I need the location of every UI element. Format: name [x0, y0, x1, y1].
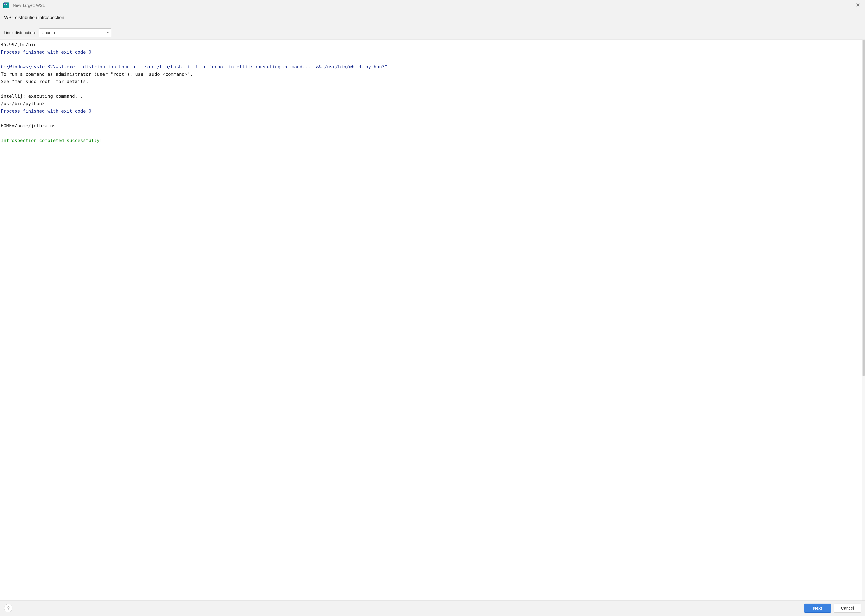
cancel-button[interactable]: Cancel [834, 603, 861, 613]
console-line: HOME=/home/jetbrains [1, 122, 861, 130]
console-line: Introspection completed successfully! [1, 137, 861, 144]
svg-rect-3 [4, 7, 6, 7]
console-output[interactable]: 45.99/jbr/binProcess finished with exit … [0, 40, 862, 600]
console-line: intellij: executing command... [1, 93, 861, 100]
linux-distribution-combo[interactable] [39, 28, 111, 37]
titlebar: DS New Target: WSL [0, 0, 865, 10]
scrollbar-thumb[interactable] [862, 40, 865, 376]
linux-distribution-label: Linux distribution: [4, 30, 36, 35]
console-line: /usr/bin/python3 [1, 100, 861, 107]
next-button[interactable]: Next [804, 603, 831, 613]
console-line: See "man sudo_root" for details. [1, 78, 861, 85]
scrollbar[interactable] [862, 40, 865, 600]
console-line: Process finished with exit code 0 [1, 107, 861, 115]
page-heading: WSL distribution introspection [0, 10, 865, 25]
svg-text:DS: DS [4, 3, 7, 5]
config-row: Linux distribution: [0, 25, 865, 40]
console-line [1, 56, 861, 63]
window-title: New Target: WSL [13, 3, 854, 8]
console-line [1, 115, 861, 122]
close-button[interactable] [854, 2, 862, 9]
console-line [1, 85, 861, 93]
footer: ? Next Cancel [0, 600, 865, 616]
console-line: 45.99/jbr/bin [1, 41, 861, 49]
console-line: C:\Windows\system32\wsl.exe --distributi… [1, 63, 861, 71]
app-icon: DS [3, 3, 9, 8]
console-line: Process finished with exit code 0 [1, 49, 861, 56]
help-button[interactable]: ? [4, 604, 13, 612]
console-wrap: 45.99/jbr/binProcess finished with exit … [0, 40, 865, 600]
console-line [1, 130, 861, 137]
close-icon [856, 3, 860, 7]
console-line: To run a command as administrator (user … [1, 71, 861, 78]
linux-distribution-input[interactable] [39, 28, 111, 37]
